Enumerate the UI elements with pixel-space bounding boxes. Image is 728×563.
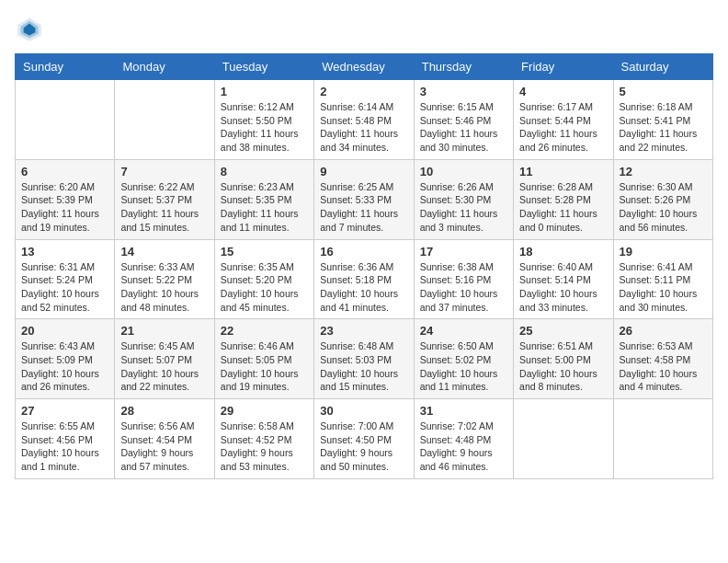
day-cell: 29Sunrise: 6:58 AMSunset: 4:52 PMDayligh… xyxy=(214,399,313,479)
day-number: 4 xyxy=(519,85,607,98)
day-number: 6 xyxy=(21,165,108,178)
weekday-wednesday: Wednesday xyxy=(314,54,414,80)
day-cell: 7Sunrise: 6:22 AMSunset: 5:37 PMDaylight… xyxy=(115,159,214,239)
day-cell xyxy=(115,80,214,160)
day-number: 2 xyxy=(320,85,407,98)
day-info: Sunrise: 6:43 AMSunset: 5:09 PMDaylight:… xyxy=(21,339,108,394)
day-cell: 11Sunrise: 6:28 AMSunset: 5:28 PMDayligh… xyxy=(514,159,613,239)
week-row-4: 27Sunrise: 6:55 AMSunset: 4:56 PMDayligh… xyxy=(16,399,713,479)
weekday-row: SundayMondayTuesdayWednesdayThursdayFrid… xyxy=(16,54,713,80)
day-cell: 9Sunrise: 6:25 AMSunset: 5:33 PMDaylight… xyxy=(314,159,414,239)
day-cell xyxy=(613,399,712,479)
day-number: 14 xyxy=(120,245,208,259)
day-cell: 8Sunrise: 6:23 AMSunset: 5:35 PMDaylight… xyxy=(214,159,313,239)
weekday-monday: Monday xyxy=(115,54,214,80)
day-cell: 30Sunrise: 7:00 AMSunset: 4:50 PMDayligh… xyxy=(314,399,414,479)
weekday-thursday: Thursday xyxy=(414,54,513,80)
day-info: Sunrise: 6:58 AMSunset: 4:52 PMDaylight:… xyxy=(221,419,308,474)
day-number: 11 xyxy=(519,165,607,178)
weekday-friday: Friday xyxy=(514,54,613,80)
day-info: Sunrise: 6:40 AMSunset: 5:14 PMDaylight:… xyxy=(519,260,607,315)
day-info: Sunrise: 6:46 AMSunset: 5:05 PMDaylight:… xyxy=(221,339,308,394)
day-cell: 27Sunrise: 6:55 AMSunset: 4:56 PMDayligh… xyxy=(16,399,115,479)
day-info: Sunrise: 6:23 AMSunset: 5:35 PMDaylight:… xyxy=(221,180,308,235)
day-number: 18 xyxy=(519,245,607,259)
day-cell: 13Sunrise: 6:31 AMSunset: 5:24 PMDayligh… xyxy=(16,239,115,319)
day-info: Sunrise: 7:02 AMSunset: 4:48 PMDaylight:… xyxy=(420,419,507,474)
day-number: 12 xyxy=(620,165,707,178)
day-info: Sunrise: 6:28 AMSunset: 5:28 PMDaylight:… xyxy=(519,180,607,235)
day-cell xyxy=(514,399,613,479)
calendar-table: SundayMondayTuesdayWednesdayThursdayFrid… xyxy=(15,53,713,479)
day-cell: 20Sunrise: 6:43 AMSunset: 5:09 PMDayligh… xyxy=(16,319,115,399)
day-cell: 21Sunrise: 6:45 AMSunset: 5:07 PMDayligh… xyxy=(115,319,214,399)
day-info: Sunrise: 6:38 AMSunset: 5:16 PMDaylight:… xyxy=(420,260,507,315)
day-info: Sunrise: 6:35 AMSunset: 5:20 PMDaylight:… xyxy=(221,260,308,315)
day-number: 20 xyxy=(21,324,108,338)
day-info: Sunrise: 6:30 AMSunset: 5:26 PMDaylight:… xyxy=(620,180,707,235)
day-cell: 17Sunrise: 6:38 AMSunset: 5:16 PMDayligh… xyxy=(414,239,513,319)
day-number: 25 xyxy=(519,324,607,338)
day-number: 31 xyxy=(420,404,507,418)
day-number: 28 xyxy=(120,404,208,418)
day-number: 8 xyxy=(221,165,308,178)
day-info: Sunrise: 7:00 AMSunset: 4:50 PMDaylight:… xyxy=(320,419,407,474)
day-info: Sunrise: 6:33 AMSunset: 5:22 PMDaylight:… xyxy=(120,260,208,315)
day-cell: 10Sunrise: 6:26 AMSunset: 5:30 PMDayligh… xyxy=(414,159,513,239)
day-number: 15 xyxy=(221,245,308,259)
day-cell: 19Sunrise: 6:41 AMSunset: 5:11 PMDayligh… xyxy=(613,239,712,319)
day-cell: 18Sunrise: 6:40 AMSunset: 5:14 PMDayligh… xyxy=(514,239,613,319)
day-cell: 25Sunrise: 6:51 AMSunset: 5:00 PMDayligh… xyxy=(514,319,613,399)
calendar-header: SundayMondayTuesdayWednesdayThursdayFrid… xyxy=(16,54,713,80)
day-info: Sunrise: 6:41 AMSunset: 5:11 PMDaylight:… xyxy=(620,260,707,315)
day-info: Sunrise: 6:53 AMSunset: 4:58 PMDaylight:… xyxy=(620,339,707,394)
day-info: Sunrise: 6:48 AMSunset: 5:03 PMDaylight:… xyxy=(320,339,407,394)
day-info: Sunrise: 6:31 AMSunset: 5:24 PMDaylight:… xyxy=(21,260,108,315)
day-number: 1 xyxy=(221,85,308,98)
day-info: Sunrise: 6:45 AMSunset: 5:07 PMDaylight:… xyxy=(120,339,208,394)
day-number: 3 xyxy=(420,85,507,98)
weekday-saturday: Saturday xyxy=(613,54,712,80)
day-number: 26 xyxy=(620,324,707,338)
day-info: Sunrise: 6:18 AMSunset: 5:41 PMDaylight:… xyxy=(620,100,707,155)
weekday-tuesday: Tuesday xyxy=(214,54,313,80)
day-cell: 26Sunrise: 6:53 AMSunset: 4:58 PMDayligh… xyxy=(613,319,712,399)
day-cell: 1Sunrise: 6:12 AMSunset: 5:50 PMDaylight… xyxy=(214,80,313,160)
day-number: 19 xyxy=(620,245,707,259)
day-number: 22 xyxy=(221,324,308,338)
day-cell: 16Sunrise: 6:36 AMSunset: 5:18 PMDayligh… xyxy=(314,239,414,319)
day-info: Sunrise: 6:15 AMSunset: 5:46 PMDaylight:… xyxy=(420,100,507,155)
weekday-sunday: Sunday xyxy=(16,54,115,80)
day-number: 5 xyxy=(620,85,707,98)
week-row-3: 20Sunrise: 6:43 AMSunset: 5:09 PMDayligh… xyxy=(16,319,713,399)
week-row-2: 13Sunrise: 6:31 AMSunset: 5:24 PMDayligh… xyxy=(16,239,713,319)
day-number: 16 xyxy=(320,245,407,259)
day-cell: 24Sunrise: 6:50 AMSunset: 5:02 PMDayligh… xyxy=(414,319,513,399)
day-number: 13 xyxy=(21,245,108,259)
day-info: Sunrise: 6:25 AMSunset: 5:33 PMDaylight:… xyxy=(320,180,407,235)
logo xyxy=(15,15,48,44)
day-number: 24 xyxy=(420,324,507,338)
day-number: 9 xyxy=(320,165,407,178)
day-number: 21 xyxy=(120,324,208,338)
day-info: Sunrise: 6:36 AMSunset: 5:18 PMDaylight:… xyxy=(320,260,407,315)
day-cell: 14Sunrise: 6:33 AMSunset: 5:22 PMDayligh… xyxy=(115,239,214,319)
day-info: Sunrise: 6:51 AMSunset: 5:00 PMDaylight:… xyxy=(519,339,607,394)
day-cell: 6Sunrise: 6:20 AMSunset: 5:39 PMDaylight… xyxy=(16,159,115,239)
day-info: Sunrise: 6:12 AMSunset: 5:50 PMDaylight:… xyxy=(221,100,308,155)
day-number: 10 xyxy=(420,165,507,178)
day-number: 27 xyxy=(21,404,108,418)
day-info: Sunrise: 6:17 AMSunset: 5:44 PMDaylight:… xyxy=(519,100,607,155)
day-number: 17 xyxy=(420,245,507,259)
day-cell: 23Sunrise: 6:48 AMSunset: 5:03 PMDayligh… xyxy=(314,319,414,399)
day-cell: 2Sunrise: 6:14 AMSunset: 5:48 PMDaylight… xyxy=(314,80,414,160)
page-header xyxy=(15,15,713,44)
day-cell: 22Sunrise: 6:46 AMSunset: 5:05 PMDayligh… xyxy=(214,319,313,399)
day-cell: 3Sunrise: 6:15 AMSunset: 5:46 PMDaylight… xyxy=(414,80,513,160)
calendar-body: 1Sunrise: 6:12 AMSunset: 5:50 PMDaylight… xyxy=(16,80,713,479)
day-info: Sunrise: 6:26 AMSunset: 5:30 PMDaylight:… xyxy=(420,180,507,235)
day-number: 30 xyxy=(320,404,407,418)
day-cell: 4Sunrise: 6:17 AMSunset: 5:44 PMDaylight… xyxy=(514,80,613,160)
day-number: 29 xyxy=(221,404,308,418)
day-cell: 12Sunrise: 6:30 AMSunset: 5:26 PMDayligh… xyxy=(613,159,712,239)
